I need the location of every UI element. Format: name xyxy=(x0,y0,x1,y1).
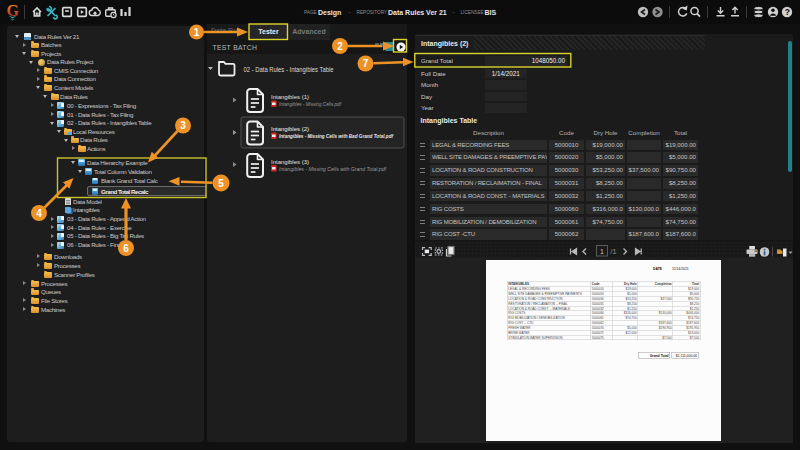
svg-text:1: 1 xyxy=(600,248,604,255)
svg-text:Design: Design xyxy=(318,9,341,17)
svg-text:Intangibles - Missing Cells.pd: Intangibles - Missing Cells.pdf xyxy=(279,101,341,107)
svg-text:LICENSEE: LICENSEE xyxy=(461,10,484,15)
svg-text:PAGE: PAGE xyxy=(304,10,317,15)
svg-text:/1: /1 xyxy=(610,248,616,255)
svg-text:G: G xyxy=(7,2,20,19)
svg-text:Intangibles (3): Intangibles (3) xyxy=(271,158,309,165)
svg-text:Intangibles (2): Intangibles (2) xyxy=(271,125,309,132)
svg-text:BIS: BIS xyxy=(485,9,497,16)
svg-text:Intangibles - Missing Cells wi: Intangibles - Missing Cells with Grand T… xyxy=(279,166,386,172)
svg-text:REPOSITORY: REPOSITORY xyxy=(357,10,388,15)
svg-text:Data Rules Ver 21: Data Rules Ver 21 xyxy=(388,9,447,16)
svg-text:-: - xyxy=(453,9,455,15)
svg-text:Intangibles - Missing Cells wi: Intangibles - Missing Cells with Bad Gra… xyxy=(279,133,394,139)
svg-text:?: ? xyxy=(785,7,790,17)
svg-text:02 - Data Rules - Intangibles: 02 - Data Rules - Intangibles Table xyxy=(244,66,334,74)
svg-text:Intangibles (1): Intangibles (1) xyxy=(271,93,309,100)
svg-text:-: - xyxy=(349,9,351,15)
